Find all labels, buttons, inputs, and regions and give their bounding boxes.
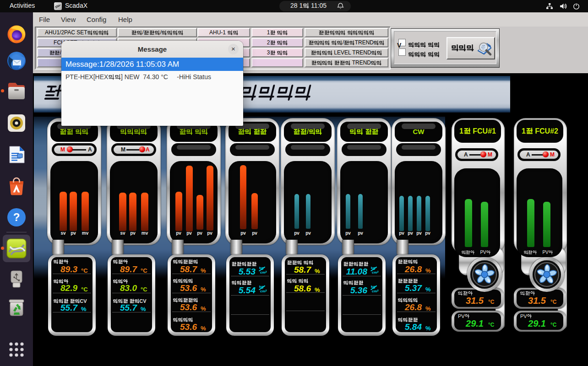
svg-text:?: ?	[13, 211, 20, 223]
